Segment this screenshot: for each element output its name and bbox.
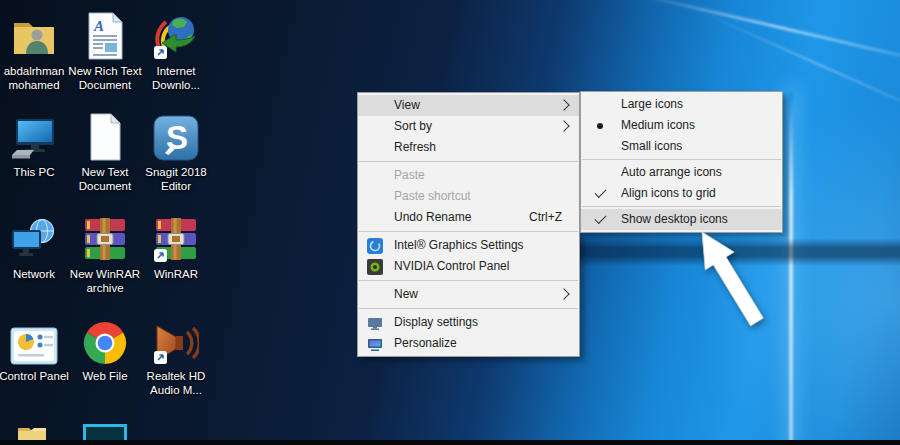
shortcut-arrow-badge	[154, 351, 167, 364]
submenu-item-small-icons[interactable]: Small icons	[581, 136, 782, 157]
menu-separator	[359, 280, 578, 281]
shortcut-arrow-badge	[154, 249, 167, 262]
menu-separator	[359, 231, 578, 232]
menu-item-undo-rename[interactable]: Undo Rename Ctrl+Z	[358, 207, 579, 228]
submenu-item-large-icons[interactable]: Large icons	[581, 94, 782, 115]
menu-separator	[359, 161, 578, 162]
menu-item-label: Undo Rename	[394, 210, 471, 224]
menu-item-label: Refresh	[394, 140, 436, 154]
menu-item-nvidia-control-panel[interactable]: NVIDIA Control Panel	[358, 256, 579, 277]
personalize-icon	[367, 336, 383, 352]
menu-item-view[interactable]: View	[358, 95, 579, 116]
desktop-icon-label: Internet Downlo...	[134, 64, 218, 93]
desktop-icon-label: Realtek HD Audio M...	[134, 369, 218, 398]
radio-bullet-icon	[597, 123, 603, 129]
menu-item-paste-shortcut[interactable]: Paste shortcut	[358, 186, 579, 207]
checkmark-icon	[594, 186, 606, 198]
control-panel-icon	[10, 327, 58, 365]
menu-item-label: Paste	[394, 168, 425, 182]
desktop-context-menu: View Sort by Refresh Paste Paste shortcu…	[357, 92, 580, 357]
text-document-icon	[87, 113, 123, 161]
menu-separator	[582, 159, 781, 160]
wallpaper-light-beam-diagonal	[634, 0, 900, 63]
user-folder-icon	[11, 14, 57, 60]
submenu-item-auto-arrange-icons[interactable]: Auto arrange icons	[581, 162, 782, 183]
menu-item-sort-by[interactable]: Sort by	[358, 116, 579, 137]
submenu-item-medium-icons[interactable]: Medium icons	[581, 115, 782, 136]
menu-item-label: Display settings	[394, 315, 478, 329]
this-pc-icon	[10, 117, 58, 161]
display-settings-icon	[367, 315, 383, 331]
chevron-right-icon	[558, 288, 569, 299]
screen-bottom-edge	[0, 440, 900, 445]
menu-item-new[interactable]: New	[358, 284, 579, 305]
menu-item-label: NVIDIA Control Panel	[394, 259, 509, 273]
desktop-icon-snagit-editor[interactable]: S Snagit 2018 Editor	[134, 111, 218, 194]
menu-item-refresh[interactable]: Refresh	[358, 137, 579, 158]
chrome-icon	[83, 321, 127, 365]
submenu-item-align-icons-to-grid[interactable]: Align icons to grid	[581, 183, 782, 204]
desktop-icon-label: Snagit 2018 Editor	[134, 165, 218, 194]
menu-item-personalize[interactable]: Personalize	[358, 333, 579, 354]
nvidia-icon	[367, 259, 383, 275]
menu-item-label: Sort by	[394, 119, 432, 133]
chevron-right-icon	[558, 120, 569, 131]
desktop-icon-winrar[interactable]: WinRAR	[134, 213, 218, 281]
menu-item-label: Small icons	[621, 139, 682, 153]
menu-item-label: Intel® Graphics Settings	[394, 238, 524, 252]
shortcut-arrow-badge	[154, 46, 167, 59]
menu-item-shortcut: Ctrl+Z	[529, 207, 562, 228]
chevron-right-icon	[558, 99, 569, 110]
desktop-icon-internet-download-manager[interactable]: Internet Downlo...	[134, 10, 218, 93]
network-icon	[10, 217, 58, 263]
checkmark-icon	[594, 212, 606, 224]
menu-item-label: Personalize	[394, 336, 457, 350]
menu-item-label: Paste shortcut	[394, 189, 471, 203]
menu-item-paste[interactable]: Paste	[358, 165, 579, 186]
desktop-icon-realtek-hd-audio[interactable]: Realtek HD Audio M...	[134, 315, 218, 398]
windows-desktop: abdalrhman mohamed This PC Network	[0, 0, 900, 445]
annotation-arrow	[657, 217, 777, 337]
menu-separator	[582, 206, 781, 207]
menu-item-label: Medium icons	[621, 118, 695, 132]
winrar-archive-icon	[83, 217, 127, 263]
snagit-icon: S	[153, 115, 199, 161]
wallpaper-light-beam-vertical	[789, 92, 793, 445]
menu-item-label: Large icons	[621, 97, 683, 111]
intel-graphics-icon	[367, 238, 383, 254]
menu-item-label: View	[394, 98, 420, 112]
menu-item-display-settings[interactable]: Display settings	[358, 312, 579, 333]
view-submenu: Large icons Medium icons Small icons Aut…	[580, 91, 783, 233]
menu-separator	[359, 308, 578, 309]
desktop-icon-label: WinRAR	[134, 267, 218, 281]
rich-text-document-icon: A	[86, 12, 124, 60]
menu-item-label: Align icons to grid	[621, 186, 716, 200]
menu-item-label: Auto arrange icons	[621, 165, 722, 179]
svg-text:A: A	[93, 18, 104, 34]
menu-item-label: New	[394, 287, 418, 301]
menu-item-intel-graphics-settings[interactable]: Intel® Graphics Settings	[358, 235, 579, 256]
